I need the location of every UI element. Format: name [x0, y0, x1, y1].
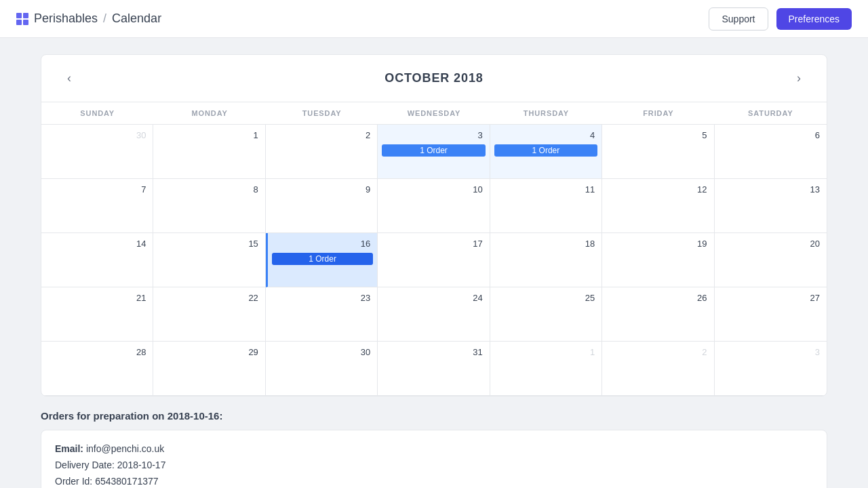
day-number: 28 [45, 346, 149, 359]
order-badge-3[interactable]: 1 Order [382, 144, 485, 157]
day-number: 30 [45, 129, 149, 142]
day-cell-3: 3 1 Order [378, 125, 490, 179]
day-cell-8: 8 [153, 179, 265, 233]
day-number: 2 [270, 129, 373, 142]
day-cell-5: 5 [602, 125, 714, 179]
day-cell-17: 17 [378, 233, 490, 287]
day-number: 20 [719, 237, 823, 250]
day-cell-16: 16 1 Order [266, 233, 378, 287]
day-cell-23: 23 [266, 287, 378, 342]
day-cell-12: 12 [602, 179, 714, 233]
day-cell-24: 24 [378, 287, 490, 342]
day-cell-30: 30 [266, 342, 378, 396]
day-number: 14 [45, 237, 149, 250]
day-cell-2-nov: 2 [602, 342, 714, 396]
breadcrumb-current: Calendar [112, 12, 161, 26]
calendar-grid: SUNDAY MONDAY TUESDAY WEDNESDAY THURSDAY… [41, 102, 827, 396]
day-cell-1-nov: 1 [490, 342, 602, 396]
calendar-title: OCTOBER 2018 [384, 71, 484, 85]
day-cell-19: 19 [602, 233, 714, 287]
support-button[interactable]: Support [709, 7, 768, 30]
day-header-saturday: SATURDAY [715, 102, 827, 125]
day-header-monday: MONDAY [153, 102, 265, 125]
next-month-button[interactable]: › [791, 68, 806, 88]
day-number: 1 [494, 346, 597, 359]
day-cell-6: 6 [715, 125, 827, 179]
day-number: 30 [270, 346, 373, 359]
day-number: 13 [719, 183, 823, 196]
header-right: Support Preferences [709, 7, 852, 30]
day-cell-1: 1 [153, 125, 265, 179]
header-left: Perishables / Calendar [16, 12, 161, 26]
day-number: 23 [270, 291, 373, 304]
day-header-tuesday: TUESDAY [266, 102, 378, 125]
day-number: 7 [45, 183, 149, 196]
day-number: 15 [157, 237, 260, 250]
day-number: 18 [494, 237, 597, 250]
day-number: 2 [606, 346, 709, 359]
day-cell-14: 14 [41, 233, 153, 287]
day-number: 21 [45, 291, 149, 304]
day-number: 3 [382, 129, 485, 142]
day-number: 5 [606, 129, 709, 142]
day-cell-2: 2 [266, 125, 378, 179]
calendar: ‹ OCTOBER 2018 › SUNDAY MONDAY TUESDAY W… [41, 54, 827, 396]
day-cell-30-sep: 30 [41, 125, 153, 179]
day-number: 11 [494, 183, 597, 196]
day-number: 4 [494, 129, 597, 142]
breadcrumb-separator: / [103, 12, 106, 26]
delivery-label: Delivery Date: [55, 460, 117, 470]
email-label: Email: [55, 443, 86, 454]
order-badge-4[interactable]: 1 Order [494, 144, 597, 157]
day-cell-18: 18 [490, 233, 602, 287]
day-cell-20: 20 [715, 233, 827, 287]
calendar-header: ‹ OCTOBER 2018 › [41, 55, 827, 102]
day-number: 17 [382, 237, 485, 250]
day-cell-29: 29 [153, 342, 265, 396]
order-id: Order Id: 654380171377 [55, 474, 813, 488]
day-number: 3 [719, 346, 823, 359]
order-id-label: Order Id: [55, 476, 95, 487]
day-number: 24 [382, 291, 485, 304]
day-cell-25: 25 [490, 287, 602, 342]
day-cell-11: 11 [490, 179, 602, 233]
delivery-date-value: 2018-10-17 [117, 460, 166, 470]
order-badge-16[interactable]: 1 Order [272, 253, 373, 265]
day-number: 9 [270, 183, 373, 196]
preferences-button[interactable]: Preferences [776, 8, 852, 30]
day-cell-13: 13 [715, 179, 827, 233]
day-number: 31 [382, 346, 485, 359]
day-cell-21: 21 [41, 287, 153, 342]
prev-month-button[interactable]: ‹ [62, 68, 77, 88]
day-header-thursday: THURSDAY [490, 102, 602, 125]
main-content: ‹ OCTOBER 2018 › SUNDAY MONDAY TUESDAY W… [0, 38, 868, 488]
day-cell-4: 4 1 Order [490, 125, 602, 179]
app-header: Perishables / Calendar Support Preferenc… [0, 0, 868, 38]
day-header-friday: FRIDAY [602, 102, 714, 125]
day-number: 16 [272, 237, 373, 250]
day-number: 29 [157, 346, 260, 359]
day-cell-15: 15 [153, 233, 265, 287]
day-number: 26 [606, 291, 709, 304]
day-number: 19 [606, 237, 709, 250]
breadcrumb-app: Perishables [34, 12, 98, 26]
day-number: 12 [606, 183, 709, 196]
day-header-sunday: SUNDAY [41, 102, 153, 125]
day-number: 1 [157, 129, 260, 142]
order-email: Email: info@penchi.co.uk [55, 441, 813, 458]
day-number: 27 [719, 291, 823, 304]
breadcrumb: Perishables / Calendar [34, 12, 161, 26]
day-cell-7: 7 [41, 179, 153, 233]
day-cell-9: 9 [266, 179, 378, 233]
day-number: 6 [719, 129, 823, 142]
day-number: 25 [494, 291, 597, 304]
day-cell-22: 22 [153, 287, 265, 342]
day-cell-26: 26 [602, 287, 714, 342]
day-number: 8 [157, 183, 260, 196]
day-cell-27: 27 [715, 287, 827, 342]
email-value: info@penchi.co.uk [86, 443, 164, 454]
day-header-wednesday: WEDNESDAY [378, 102, 490, 125]
order-card: Email: info@penchi.co.uk Delivery Date: … [41, 430, 827, 488]
day-cell-31: 31 [378, 342, 490, 396]
day-number: 10 [382, 183, 485, 196]
